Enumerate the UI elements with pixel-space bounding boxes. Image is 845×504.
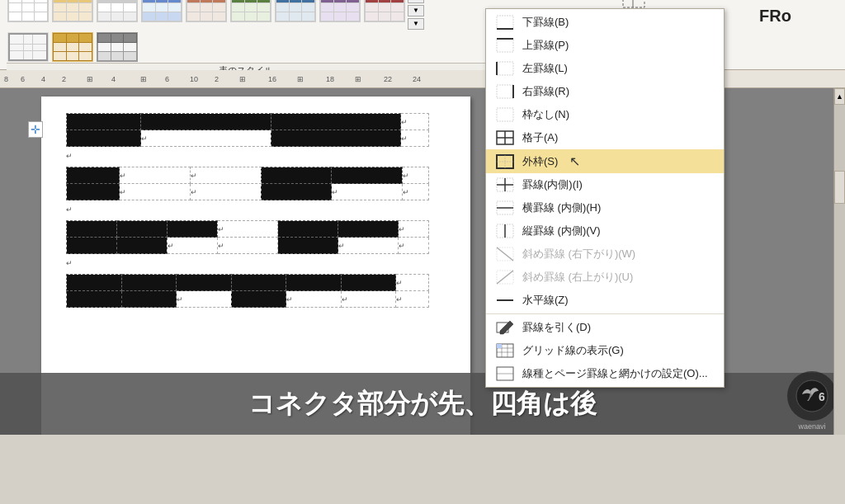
logo-circle: 6	[787, 371, 837, 421]
caption-text: コネクタ部分が先、四角は後	[248, 386, 597, 422]
svg-rect-19	[497, 108, 513, 121]
scroll-up-button[interactable]: ▲	[834, 88, 845, 105]
border-settings-icon	[496, 366, 514, 381]
menu-item-diag-up[interactable]: 斜め罫線 (右上がり)(U)	[486, 266, 724, 289]
cursor-indicator: ↖	[569, 153, 580, 169]
diag-up-icon	[496, 270, 514, 285]
logo-area: 6 waenavi	[787, 371, 837, 431]
style-scroll-buttons[interactable]: ▲ ▼ ▼	[408, 0, 424, 30]
outside-borders-icon	[496, 154, 514, 169]
svg-line-34	[497, 247, 513, 261]
svg-rect-44	[497, 344, 502, 348]
table-style-thumb-12[interactable]	[97, 32, 138, 62]
menu-item-bottom-border[interactable]: 下罫線(B)	[486, 11, 724, 34]
table-style-thumb-11[interactable]	[52, 32, 93, 62]
menu-item-no-border[interactable]: 枠なし(N)	[486, 103, 724, 126]
menu-item-outside-borders[interactable]: 外枠(S) ↖	[486, 149, 724, 173]
table-style-thumb-7[interactable]	[275, 0, 316, 22]
menu-item-right-border[interactable]: 右罫線(R)	[486, 80, 724, 103]
horiz-line-icon	[496, 293, 514, 308]
svg-rect-15	[497, 62, 513, 75]
bottom-border-icon	[496, 15, 514, 30]
table-style-thumb-8[interactable]	[319, 0, 361, 22]
table-style-thumb-5[interactable]	[186, 0, 227, 22]
border-dropdown-menu: 下罫線(B) 上罫線(P) 左罫線(L) 右罫線(R) 枠なし(N)	[485, 8, 725, 388]
table-move-handle[interactable]: ✛	[28, 121, 43, 138]
table-style-thumb-3[interactable]	[97, 0, 138, 22]
diag-down-icon	[496, 247, 514, 261]
left-border-icon	[496, 61, 514, 76]
scrollbar-right[interactable]: ▲	[833, 88, 845, 435]
top-border-icon	[496, 38, 514, 53]
menu-item-inside-borders[interactable]: 罫線(内側)(I)	[486, 173, 724, 196]
doc-table-2: ↵ ↵ ↵ ↵ ↵ ↵ ↵	[66, 167, 429, 200]
menu-item-diag-down[interactable]: 斜め罫線 (右下がり)(W)	[486, 243, 724, 266]
menu-item-border-settings[interactable]: 線種とページ罫線と網かけの設定(O)...	[486, 362, 724, 385]
menu-item-horiz-line[interactable]: 水平線(Z)	[486, 289, 724, 312]
grid-icon	[496, 343, 514, 358]
draw-border-menu-icon	[496, 320, 514, 335]
menu-item-inside-horiz[interactable]: 横罫線 (内側)(H)	[486, 196, 724, 219]
doc-table-1: ↵ ↵ ↵	[66, 113, 429, 147]
logo-bird-icon: 6	[795, 379, 828, 412]
table-style-thumb-10[interactable]	[7, 32, 49, 62]
menu-item-all-borders[interactable]: 格子(A)	[486, 126, 724, 149]
svg-rect-17	[497, 85, 513, 98]
inside-vert-icon	[496, 224, 514, 238]
table-style-thumb-1[interactable]	[7, 0, 49, 22]
svg-text:6: 6	[819, 390, 825, 403]
svg-line-36	[497, 271, 513, 284]
right-border-icon	[496, 84, 514, 99]
menu-item-inside-vert[interactable]: 縦罫線 (内側)(V)	[486, 219, 724, 243]
scroll-thumb[interactable]	[834, 171, 845, 204]
doc-table-3: ↵ ↵ ↵ ↵ ↵ ↵	[66, 220, 429, 254]
fro-label: FRo	[759, 7, 791, 26]
logo-text: waenavi	[798, 422, 825, 431]
all-borders-icon	[496, 130, 514, 145]
menu-item-top-border[interactable]: 上罫線(P)	[486, 34, 724, 57]
menu-item-view-gridlines[interactable]: グリッド線の表示(G)	[486, 339, 724, 362]
svg-rect-11	[497, 16, 513, 29]
svg-rect-13	[497, 39, 513, 52]
table-style-thumb-4[interactable]	[141, 0, 182, 22]
table-style-thumb-6[interactable]	[230, 0, 271, 22]
no-border-icon	[496, 107, 514, 122]
doc-table-4: ↵ ↵ ↵ ↵ ↵	[66, 274, 429, 308]
inside-horiz-icon	[496, 200, 514, 215]
svg-rect-3	[623, 0, 644, 7]
table-style-thumb-9[interactable]	[364, 0, 405, 22]
menu-item-draw-border[interactable]: 罫線を引く(D)	[486, 316, 724, 339]
table-style-thumb-2[interactable]	[52, 0, 93, 22]
menu-item-left-border[interactable]: 左罫線(L)	[486, 57, 724, 80]
inside-borders-icon	[496, 177, 514, 192]
